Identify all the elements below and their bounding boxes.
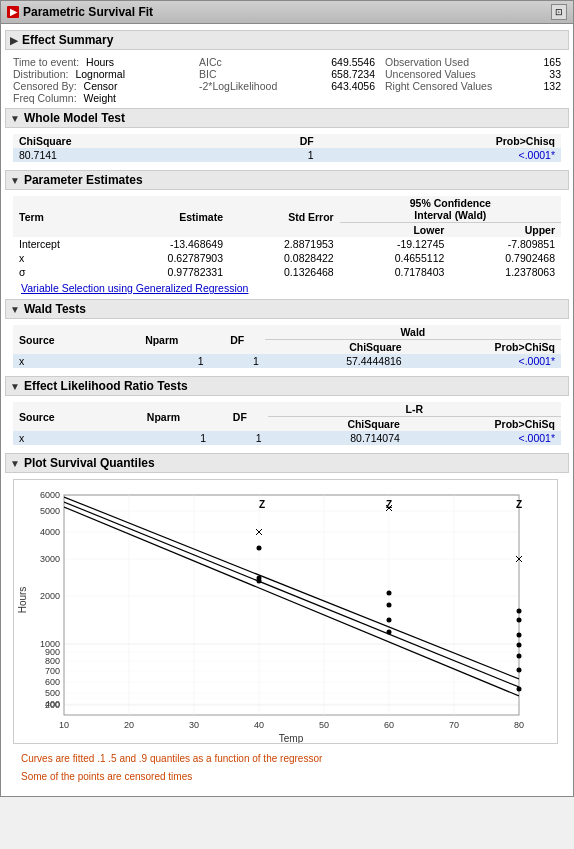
- title-bar-left: ▶ Parametric Survival Fit: [7, 5, 153, 19]
- loglik-row: -2*LogLikelihood 643.4056: [199, 80, 375, 92]
- lr-prob: <.0001*: [406, 431, 561, 445]
- wmt-prob: <.0001*: [320, 148, 561, 162]
- pe-stderr-2: 0.1326468: [229, 265, 340, 279]
- effect-lr-header[interactable]: ▼ Effect Likelihood Ratio Tests: [5, 376, 569, 396]
- whole-model-header[interactable]: ▼ Whole Model Test: [5, 108, 569, 128]
- svg-point-53: [257, 579, 262, 584]
- pe-term-1: x: [13, 251, 108, 265]
- time-value: Hours: [86, 56, 114, 68]
- param-table: Term Estimate Std Error 95% ConfidenceIn…: [13, 196, 561, 279]
- main-content: ▶ Effect Summary Time to event: Hours Di…: [1, 24, 573, 796]
- plot-header[interactable]: ▼ Plot Survival Quantiles: [5, 453, 569, 473]
- wald-row-x: x 1 1 57.4444816 <.0001*: [13, 354, 561, 368]
- svg-text:500: 500: [45, 688, 60, 698]
- pe-upper-1: 0.7902468: [450, 251, 561, 265]
- svg-text:50: 50: [319, 720, 329, 730]
- svg-line-45: [64, 507, 519, 696]
- wt-nparm: 1: [114, 354, 210, 368]
- window-title: Parametric Survival Fit: [23, 5, 153, 19]
- wmt-col-df: DF: [232, 134, 320, 148]
- plot-label: Plot Survival Quantiles: [24, 456, 155, 470]
- wt-df: 1: [210, 354, 265, 368]
- svg-point-56: [387, 618, 392, 623]
- lr-nparm: 1: [115, 431, 212, 445]
- freq-label: Freq Column:: [13, 92, 77, 104]
- rcens-value: 132: [543, 80, 561, 92]
- svg-text:6000: 6000: [40, 490, 60, 500]
- svg-point-67: [517, 668, 522, 673]
- pe-estimate-0: -13.468649: [108, 237, 229, 251]
- dist-label: Distribution:: [13, 68, 68, 80]
- obs-label: Observation Used: [385, 56, 469, 68]
- aicc-label: AICc: [199, 56, 299, 68]
- time-label: Time to event:: [13, 56, 79, 68]
- aicc-value: 649.5546: [331, 56, 375, 68]
- pe-term-2: σ: [13, 265, 108, 279]
- wmt-col-chisq: ChiSquare: [13, 134, 232, 148]
- loglik-label: -2*LogLikelihood: [199, 80, 299, 92]
- pe-row-sigma: σ 0.97782331 0.1326468 0.7178403 1.23780…: [13, 265, 561, 279]
- pe-stderr-1: 0.0828422: [229, 251, 340, 265]
- pe-col-lower: Lower: [340, 223, 451, 238]
- svg-text:40: 40: [254, 720, 264, 730]
- effect-lr-table: Source Nparm DF L-R ChiSquare Prob>ChiSq…: [13, 402, 561, 445]
- wmt-df: 1: [232, 148, 320, 162]
- svg-text:Z: Z: [259, 499, 265, 510]
- effect-lr-triangle: ▼: [10, 381, 20, 392]
- pe-row-x: x 0.62787903 0.0828422 0.4655112 0.79024…: [13, 251, 561, 265]
- wald-table-container: Source Nparm DF Wald ChiSquare Prob>ChiS…: [5, 321, 569, 374]
- x-axis-label: Temp: [279, 733, 304, 744]
- pe-col-term: Term: [13, 196, 108, 237]
- survival-plot: Hours 6000 5000 4000 3000 2000: [13, 479, 558, 744]
- info-mid: AICc 649.5546 BIC 658.7234 -2*LogLikelih…: [189, 56, 375, 104]
- dist-value: Lognormal: [75, 68, 125, 80]
- pe-estimate-1: 0.62787903: [108, 251, 229, 265]
- svg-point-54: [387, 591, 392, 596]
- param-triangle: ▼: [10, 175, 20, 186]
- svg-line-44: [64, 502, 519, 687]
- param-estimates-header[interactable]: ▼ Parameter Estimates: [5, 170, 569, 190]
- lr-row-x: x 1 1 80.714074 <.0001*: [13, 431, 561, 445]
- svg-text:Z: Z: [516, 499, 522, 510]
- wt-col-prob: Prob>ChiSq: [408, 340, 561, 355]
- effect-summary-header[interactable]: ▶ Effect Summary: [5, 30, 569, 50]
- y-axis-label: Hours: [17, 587, 28, 614]
- rcens-label: Right Censored Values: [385, 80, 492, 92]
- svg-text:5000: 5000: [40, 506, 60, 516]
- svg-point-68: [517, 687, 522, 692]
- svg-text:600: 600: [45, 677, 60, 687]
- wt-col-df: DF: [210, 325, 265, 354]
- svg-text:70: 70: [449, 720, 459, 730]
- svg-point-64: [517, 633, 522, 638]
- var-selection-link[interactable]: Variable Selection using Generalized Reg…: [13, 281, 561, 295]
- main-window: ▶ Parametric Survival Fit ⊡ ▶ Effect Sum…: [0, 0, 574, 797]
- svg-point-55: [387, 603, 392, 608]
- time-row: Time to event: Hours: [13, 56, 189, 68]
- uncens-value: 33: [549, 68, 561, 80]
- bic-row: BIC 658.7234: [199, 68, 375, 80]
- censor-row: Censored By: Censor: [13, 80, 189, 92]
- uncens-row: Uncensored Values 33: [385, 68, 561, 80]
- svg-line-43: [64, 497, 519, 679]
- svg-text:30: 30: [189, 720, 199, 730]
- lr-header: L-R: [268, 402, 561, 417]
- plot-container: Hours 6000 5000 4000 3000 2000: [5, 475, 569, 748]
- svg-point-63: [517, 618, 522, 623]
- svg-point-66: [517, 654, 522, 659]
- obs-row: Observation Used 165: [385, 56, 561, 68]
- wald-tests-header[interactable]: ▼ Wald Tests: [5, 299, 569, 319]
- aicc-row: AICc 649.5546: [199, 56, 375, 68]
- lr-df: 1: [212, 431, 268, 445]
- collapse-triangle: ▶: [10, 35, 18, 46]
- expand-button[interactable]: ⊡: [551, 4, 567, 20]
- wt-wald-header: Wald: [265, 325, 561, 340]
- param-estimates-label: Parameter Estimates: [24, 173, 143, 187]
- plot-triangle: ▼: [10, 458, 20, 469]
- pe-term-0: Intercept: [13, 237, 108, 251]
- svg-text:60: 60: [384, 720, 394, 730]
- param-table-container: Term Estimate Std Error 95% ConfidenceIn…: [5, 192, 569, 297]
- bic-value: 658.7234: [331, 68, 375, 80]
- effect-summary-label: Effect Summary: [22, 33, 113, 47]
- info-right: Observation Used 165 Uncensored Values 3…: [375, 56, 561, 104]
- window-icon: ▶: [7, 6, 19, 18]
